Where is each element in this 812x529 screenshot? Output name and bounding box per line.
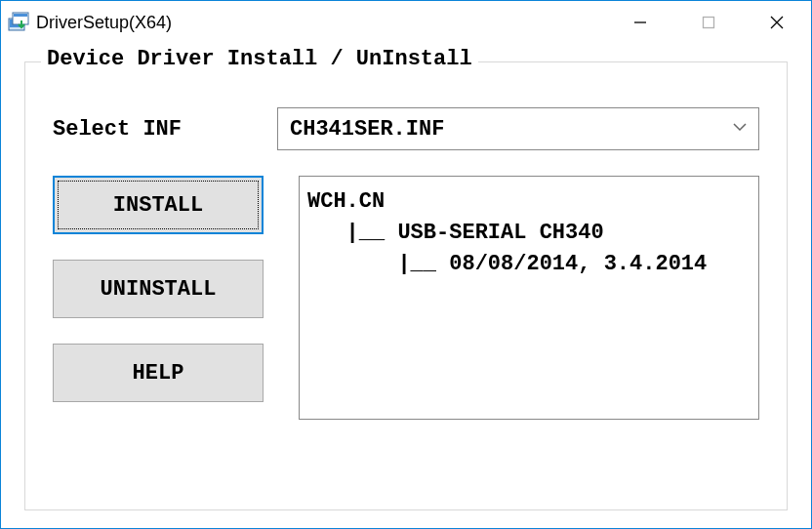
svg-rect-3	[14, 14, 27, 17]
app-window: DriverSetup(X64) Device Driver Install /…	[0, 0, 812, 529]
minimize-button[interactable]	[606, 1, 674, 44]
button-column: INSTALL UNINSTALL HELP	[53, 176, 264, 420]
driver-info-box: WCH.CN |__ USB-SERIAL CH340 |__ 08/08/20…	[299, 176, 759, 420]
group-legend: Device Driver Install / UnInstall	[41, 47, 478, 71]
main-row: INSTALL UNINSTALL HELP WCH.CN |__ USB-SE…	[53, 176, 759, 420]
help-button[interactable]: HELP	[53, 344, 264, 402]
close-button[interactable]	[743, 1, 811, 44]
select-inf-label: Select INF	[53, 117, 248, 142]
client-area: Device Driver Install / UnInstall Select…	[1, 44, 811, 528]
info-line-1: WCH.CN	[307, 189, 385, 214]
window-title: DriverSetup(X64)	[36, 13, 606, 33]
info-line-3: |__ 08/08/2014, 3.4.2014	[307, 252, 707, 276]
groupbox-install-uninstall: Device Driver Install / UnInstall Select…	[24, 61, 788, 510]
chevron-down-icon	[731, 118, 749, 140]
inf-selected-value: CH341SER.INF	[290, 117, 731, 142]
app-icon	[7, 11, 30, 34]
uninstall-button[interactable]: UNINSTALL	[53, 260, 264, 318]
select-inf-row: Select INF CH341SER.INF	[53, 107, 759, 150]
svg-rect-6	[704, 18, 714, 28]
info-line-2: |__ USB-SERIAL CH340	[307, 221, 604, 245]
maximize-button	[674, 1, 743, 44]
install-button[interactable]: INSTALL	[53, 176, 264, 234]
window-controls	[606, 1, 811, 44]
titlebar: DriverSetup(X64)	[1, 1, 811, 44]
inf-select-dropdown[interactable]: CH341SER.INF	[277, 107, 759, 150]
